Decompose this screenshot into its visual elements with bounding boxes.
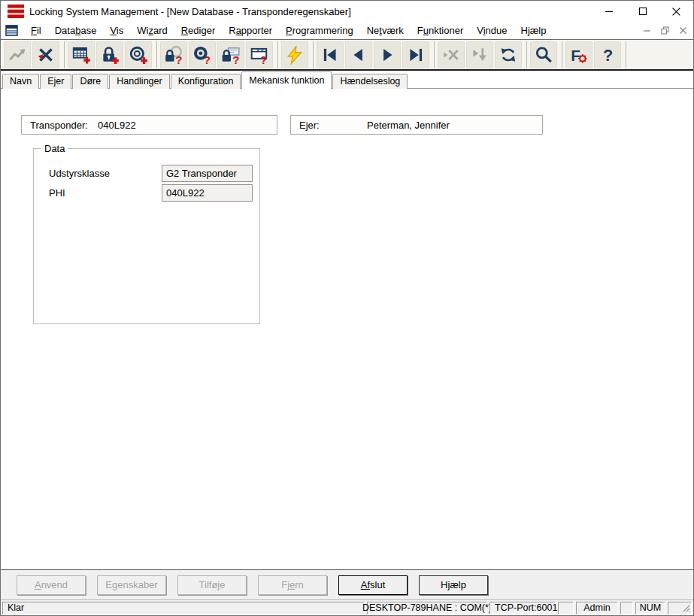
menu-fil[interactable]: Fil [24, 23, 48, 38]
status-num-lock: NUM [635, 602, 665, 614]
nav-cancel-icon[interactable] [438, 41, 465, 68]
read-transponder-icon[interactable]: ? [189, 41, 216, 68]
new-locking-system-icon[interactable] [68, 41, 95, 68]
disconnect-icon[interactable] [32, 41, 59, 68]
status-bar: Klar DESKTOP-789HANE : COM(*) TCP-Port:6… [1, 599, 693, 615]
svg-text:F: F [571, 46, 580, 63]
window-title: Locking System Management - [New Databas… [29, 6, 351, 17]
resize-grip[interactable] [668, 602, 692, 614]
svg-text:?: ? [204, 53, 211, 64]
transponder-info-box: Transponder: 040L922 [21, 115, 277, 135]
phi-row: PHI 040L922 [49, 184, 253, 202]
transponder-value: 040L922 [98, 120, 136, 131]
menu-vindue[interactable]: Vindue [470, 23, 514, 38]
fjern-button[interactable]: Fjern [258, 575, 327, 595]
afslut-button[interactable]: Afslut [338, 575, 408, 595]
svg-text:?: ? [232, 53, 239, 64]
status-tcp-port: TCP-Port:6001 [489, 602, 556, 614]
hjaelp-button[interactable]: Hjælp [419, 575, 488, 595]
menu-vis[interactable]: Vis [103, 23, 130, 38]
nav-previous-icon[interactable] [345, 41, 372, 68]
tilfoeje-button[interactable]: Tilføje [177, 575, 247, 595]
equipment-class-label: Udstyrsklasse [49, 168, 162, 179]
menu-wizard[interactable]: Wizard [130, 23, 174, 38]
document-icon[interactable] [5, 25, 18, 36]
mdi-minimize-icon[interactable] [639, 24, 654, 38]
nav-next-icon[interactable] [374, 41, 401, 68]
equipment-class-row: Udstyrsklasse G2 Transponder [49, 165, 253, 182]
maximize-icon[interactable] [626, 1, 659, 22]
new-transponder-icon[interactable] [125, 41, 152, 68]
nav-last-icon[interactable] [402, 41, 429, 68]
svg-text:?: ? [260, 53, 267, 64]
anvend-button[interactable]: Anvend [17, 575, 86, 595]
menu-rediger[interactable]: Rediger [174, 23, 223, 38]
new-lock-icon[interactable] [96, 41, 123, 68]
equipment-class-field[interactable]: G2 Transponder [162, 165, 253, 182]
nav-import-icon[interactable] [466, 41, 493, 68]
app-logo-icon [7, 3, 25, 20]
owner-info-box: Ejer: Peterman, Jennifer [290, 115, 543, 135]
svg-text:?: ? [175, 53, 182, 64]
menu-rapporter[interactable]: Rapporter [222, 23, 279, 38]
mdi-close-icon[interactable] [675, 24, 690, 38]
transponder-label: Transponder: [30, 120, 98, 131]
menu-netvaerk[interactable]: Netværk [360, 23, 411, 38]
mdi-restore-icon[interactable] [657, 24, 672, 38]
status-empty-1 [558, 602, 574, 614]
tab-ejer[interactable]: Ejer [40, 74, 71, 89]
filter-settings-icon[interactable]: F [565, 41, 592, 68]
status-user: Admin [576, 602, 618, 614]
phi-label: PHI [49, 187, 162, 199]
help-icon[interactable]: ? [594, 41, 621, 68]
app-window: Locking System Management - [New Databas… [0, 0, 694, 616]
data-group-title: Data [41, 143, 68, 154]
read-lock-icon[interactable]: ? [160, 41, 187, 68]
tab-strip: Navn Ejer Døre Handlinger Konfiguration … [1, 71, 693, 89]
refresh-icon[interactable] [495, 41, 522, 68]
menu-bar: Fil Database Vis Wizard Rediger Rapporte… [1, 22, 693, 39]
owner-label: Ejer: [299, 120, 367, 131]
read-lock-card-icon[interactable]: ? [217, 41, 244, 68]
close-icon[interactable] [659, 1, 693, 22]
menu-database[interactable]: Database [48, 23, 104, 38]
status-connection: DESKTOP-789HANE : COM(*) [367, 602, 487, 614]
tab-haendelseslog[interactable]: Hændelseslog [332, 74, 408, 89]
tab-konfiguration[interactable]: Konfiguration [171, 74, 241, 89]
programming-lightning-icon[interactable] [281, 41, 308, 68]
menu-funktioner[interactable]: Funktioner [411, 23, 470, 38]
tab-mekanisk-funktion[interactable]: Mekanisk funktion [241, 71, 332, 90]
tab-navn[interactable]: Navn [2, 74, 39, 89]
toolbar: ? ? ? ? [1, 40, 693, 69]
read-network-icon[interactable]: ? [246, 41, 273, 68]
button-bar: Anvend Egenskaber Tilføje Fjern Afslut H… [1, 570, 693, 599]
svg-text:?: ? [603, 45, 613, 64]
egenskaber-button[interactable]: Egenskaber [97, 575, 166, 595]
search-icon[interactable] [530, 41, 557, 68]
menu-hjaelp[interactable]: Hjælp [514, 23, 553, 38]
nav-first-icon[interactable] [317, 41, 344, 68]
phi-field[interactable]: 040L922 [162, 184, 253, 202]
minimize-icon[interactable] [592, 1, 626, 22]
title-bar: Locking System Management - [New Databas… [1, 1, 693, 22]
owner-value: Peterman, Jennifer [367, 120, 450, 131]
tab-page-mekanisk-funktion: Transponder: 040L922 Ejer: Peterman, Jen… [1, 89, 693, 569]
tab-doere[interactable]: Døre [72, 74, 108, 89]
menu-programmering[interactable]: Programmering [279, 23, 360, 38]
status-empty-2 [620, 602, 633, 614]
status-message: Klar [2, 602, 365, 614]
tab-handlinger[interactable]: Handlinger [109, 74, 169, 89]
login-icon[interactable] [4, 41, 31, 68]
data-group-box: Data Udstyrsklasse G2 Transponder PHI 04… [33, 148, 260, 324]
